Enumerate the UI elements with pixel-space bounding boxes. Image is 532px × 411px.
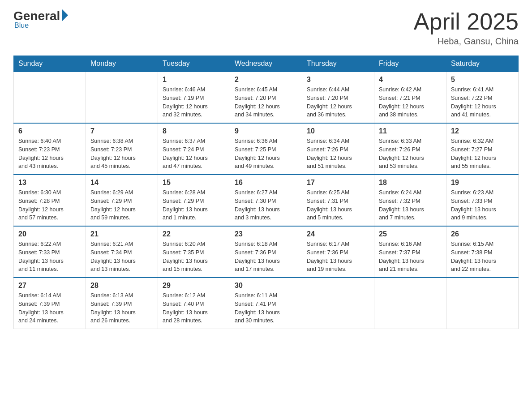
calendar-cell: 2Sunrise: 6:45 AM Sunset: 7:20 PM Daylig… — [230, 72, 302, 123]
calendar-cell — [446, 278, 519, 329]
day-info: Sunrise: 6:22 AM Sunset: 7:33 PM Dayligh… — [18, 240, 81, 274]
calendar-cell: 28Sunrise: 6:13 AM Sunset: 7:39 PM Dayli… — [86, 278, 158, 329]
calendar-cell — [86, 72, 158, 123]
weekday-header-monday: Monday — [86, 56, 158, 72]
calendar-cell: 16Sunrise: 6:27 AM Sunset: 7:30 PM Dayli… — [230, 175, 302, 226]
day-number: 22 — [163, 230, 225, 238]
day-number: 11 — [379, 127, 442, 135]
day-number: 14 — [90, 179, 153, 187]
day-info: Sunrise: 6:15 AM Sunset: 7:38 PM Dayligh… — [451, 240, 514, 274]
calendar-cell: 7Sunrise: 6:38 AM Sunset: 7:23 PM Daylig… — [86, 123, 158, 175]
logo-arrow-icon — [62, 9, 68, 21]
calendar-cell: 3Sunrise: 6:44 AM Sunset: 7:20 PM Daylig… — [302, 72, 374, 123]
day-info: Sunrise: 6:28 AM Sunset: 7:29 PM Dayligh… — [163, 188, 225, 222]
weekday-header-wednesday: Wednesday — [230, 56, 302, 72]
day-number: 19 — [451, 179, 514, 187]
calendar-cell: 29Sunrise: 6:12 AM Sunset: 7:40 PM Dayli… — [158, 278, 230, 329]
day-info: Sunrise: 6:18 AM Sunset: 7:36 PM Dayligh… — [235, 240, 297, 274]
day-info: Sunrise: 6:46 AM Sunset: 7:19 PM Dayligh… — [163, 86, 225, 119]
day-number: 7 — [90, 127, 153, 135]
day-number: 18 — [379, 179, 442, 187]
day-info: Sunrise: 6:12 AM Sunset: 7:40 PM Dayligh… — [163, 291, 225, 325]
page-header: General Blue April 2025 Heba, Gansu, Chi… — [13, 9, 519, 47]
weekday-header-thursday: Thursday — [302, 56, 374, 72]
calendar-cell: 12Sunrise: 6:32 AM Sunset: 7:27 PM Dayli… — [446, 123, 519, 175]
calendar-table: SundayMondayTuesdayWednesdayThursdayFrid… — [13, 56, 519, 329]
day-number: 21 — [90, 230, 153, 238]
weekday-header-tuesday: Tuesday — [158, 56, 230, 72]
day-info: Sunrise: 6:25 AM Sunset: 7:31 PM Dayligh… — [307, 188, 369, 222]
calendar-cell: 13Sunrise: 6:30 AM Sunset: 7:28 PM Dayli… — [14, 175, 86, 226]
calendar-cell: 5Sunrise: 6:41 AM Sunset: 7:22 PM Daylig… — [446, 72, 519, 123]
calendar-cell: 24Sunrise: 6:17 AM Sunset: 7:36 PM Dayli… — [302, 226, 374, 278]
calendar-cell: 6Sunrise: 6:40 AM Sunset: 7:23 PM Daylig… — [14, 123, 86, 175]
day-info: Sunrise: 6:23 AM Sunset: 7:33 PM Dayligh… — [451, 188, 514, 222]
day-number: 26 — [451, 230, 514, 238]
calendar-cell: 22Sunrise: 6:20 AM Sunset: 7:35 PM Dayli… — [158, 226, 230, 278]
calendar-cell — [374, 278, 446, 329]
weekday-header-sunday: Sunday — [14, 56, 86, 72]
calendar-cell: 14Sunrise: 6:29 AM Sunset: 7:29 PM Dayli… — [86, 175, 158, 226]
day-number: 10 — [307, 127, 369, 135]
calendar-cell — [302, 278, 374, 329]
calendar-cell: 10Sunrise: 6:34 AM Sunset: 7:26 PM Dayli… — [302, 123, 374, 175]
day-info: Sunrise: 6:29 AM Sunset: 7:29 PM Dayligh… — [90, 188, 153, 222]
weekday-header-friday: Friday — [374, 56, 446, 72]
day-info: Sunrise: 6:13 AM Sunset: 7:39 PM Dayligh… — [90, 291, 153, 325]
location-subtitle: Heba, Gansu, China — [414, 36, 519, 47]
day-info: Sunrise: 6:24 AM Sunset: 7:32 PM Dayligh… — [379, 188, 442, 222]
day-info: Sunrise: 6:44 AM Sunset: 7:20 PM Dayligh… — [307, 86, 369, 119]
calendar-cell: 8Sunrise: 6:37 AM Sunset: 7:24 PM Daylig… — [158, 123, 230, 175]
day-number: 4 — [379, 76, 442, 84]
calendar-cell: 4Sunrise: 6:42 AM Sunset: 7:21 PM Daylig… — [374, 72, 446, 123]
calendar-header-row: SundayMondayTuesdayWednesdayThursdayFrid… — [14, 56, 519, 72]
calendar-cell: 1Sunrise: 6:46 AM Sunset: 7:19 PM Daylig… — [158, 72, 230, 123]
day-number: 23 — [235, 230, 297, 238]
calendar-cell: 15Sunrise: 6:28 AM Sunset: 7:29 PM Dayli… — [158, 175, 230, 226]
day-info: Sunrise: 6:36 AM Sunset: 7:25 PM Dayligh… — [235, 137, 297, 171]
calendar-week-5: 27Sunrise: 6:14 AM Sunset: 7:39 PM Dayli… — [14, 278, 519, 329]
day-info: Sunrise: 6:40 AM Sunset: 7:23 PM Dayligh… — [18, 137, 81, 171]
logo-blue-text: Blue — [14, 21, 29, 30]
calendar-week-3: 13Sunrise: 6:30 AM Sunset: 7:28 PM Dayli… — [14, 175, 519, 226]
day-number: 24 — [307, 230, 369, 238]
day-info: Sunrise: 6:45 AM Sunset: 7:20 PM Dayligh… — [235, 86, 297, 119]
day-info: Sunrise: 6:34 AM Sunset: 7:26 PM Dayligh… — [307, 137, 369, 171]
day-info: Sunrise: 6:33 AM Sunset: 7:26 PM Dayligh… — [379, 137, 442, 171]
day-number: 12 — [451, 127, 514, 135]
day-number: 8 — [163, 127, 225, 135]
day-info: Sunrise: 6:14 AM Sunset: 7:39 PM Dayligh… — [18, 291, 81, 325]
calendar-cell: 30Sunrise: 6:11 AM Sunset: 7:41 PM Dayli… — [230, 278, 302, 329]
day-info: Sunrise: 6:16 AM Sunset: 7:37 PM Dayligh… — [379, 240, 442, 274]
day-number: 20 — [18, 230, 81, 238]
calendar-week-2: 6Sunrise: 6:40 AM Sunset: 7:23 PM Daylig… — [14, 123, 519, 175]
calendar-cell: 18Sunrise: 6:24 AM Sunset: 7:32 PM Dayli… — [374, 175, 446, 226]
day-info: Sunrise: 6:21 AM Sunset: 7:34 PM Dayligh… — [90, 240, 153, 274]
day-number: 27 — [18, 282, 81, 290]
calendar-cell: 20Sunrise: 6:22 AM Sunset: 7:33 PM Dayli… — [14, 226, 86, 278]
day-number: 16 — [235, 179, 297, 187]
month-year-title: April 2025 — [414, 9, 519, 34]
day-info: Sunrise: 6:37 AM Sunset: 7:24 PM Dayligh… — [163, 137, 225, 171]
day-info: Sunrise: 6:30 AM Sunset: 7:28 PM Dayligh… — [18, 188, 81, 222]
day-info: Sunrise: 6:17 AM Sunset: 7:36 PM Dayligh… — [307, 240, 369, 274]
day-info: Sunrise: 6:38 AM Sunset: 7:23 PM Dayligh… — [90, 137, 153, 171]
day-number: 2 — [235, 76, 297, 84]
day-info: Sunrise: 6:42 AM Sunset: 7:21 PM Dayligh… — [379, 86, 442, 119]
calendar-cell: 27Sunrise: 6:14 AM Sunset: 7:39 PM Dayli… — [14, 278, 86, 329]
logo: General Blue — [13, 9, 68, 30]
calendar-cell: 9Sunrise: 6:36 AM Sunset: 7:25 PM Daylig… — [230, 123, 302, 175]
day-number: 29 — [163, 282, 225, 290]
day-number: 6 — [18, 127, 81, 135]
calendar-week-1: 1Sunrise: 6:46 AM Sunset: 7:19 PM Daylig… — [14, 72, 519, 123]
calendar-week-4: 20Sunrise: 6:22 AM Sunset: 7:33 PM Dayli… — [14, 226, 519, 278]
day-number: 3 — [307, 76, 369, 84]
day-info: Sunrise: 6:41 AM Sunset: 7:22 PM Dayligh… — [451, 86, 514, 119]
day-number: 9 — [235, 127, 297, 135]
calendar-cell: 26Sunrise: 6:15 AM Sunset: 7:38 PM Dayli… — [446, 226, 519, 278]
day-number: 30 — [235, 282, 297, 290]
day-number: 1 — [163, 76, 225, 84]
calendar-cell: 21Sunrise: 6:21 AM Sunset: 7:34 PM Dayli… — [86, 226, 158, 278]
title-area: April 2025 Heba, Gansu, China — [414, 9, 519, 47]
day-number: 28 — [90, 282, 153, 290]
